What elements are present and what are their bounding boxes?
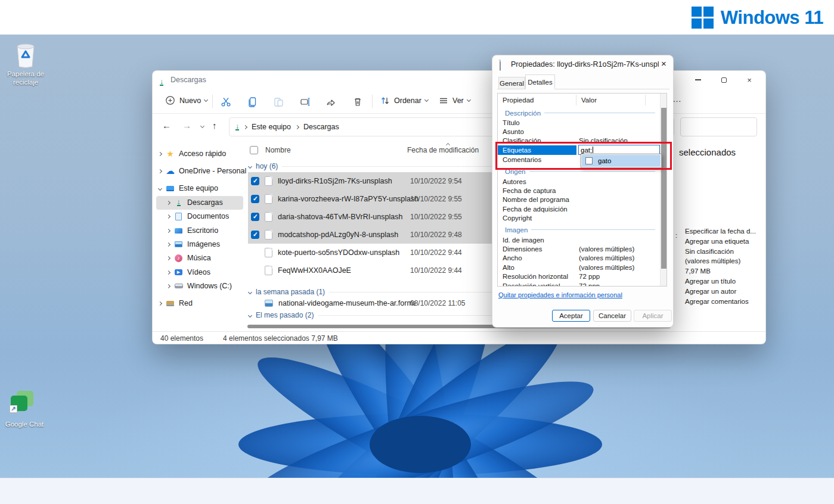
chevron-right-icon[interactable] xyxy=(166,200,170,204)
sidebar-item-documentos[interactable]: Documentos xyxy=(167,210,256,223)
rename-icon[interactable] xyxy=(299,96,311,107)
chevron-right-icon[interactable] xyxy=(166,256,170,260)
sort-button[interactable]: Ordenar xyxy=(379,95,428,106)
property-row[interactable]: Alto(valores múltiples) xyxy=(498,263,659,272)
tag-suggestion-item[interactable]: gato xyxy=(582,155,661,167)
pictures-icon xyxy=(174,240,183,249)
breadcrumb-current[interactable]: Descargas xyxy=(303,123,339,131)
chevron-down-icon[interactable] xyxy=(158,186,162,190)
property-row[interactable]: Resolución horizontal72 ppp xyxy=(498,272,659,282)
column-header-modified[interactable]: Fecha de modificación xyxy=(407,146,479,154)
delete-icon[interactable] xyxy=(352,96,363,107)
videos-icon: ▶ xyxy=(174,268,183,277)
chevron-right-icon[interactable] xyxy=(158,151,162,155)
remove-properties-link[interactable]: Quitar propiedades e información persona… xyxy=(498,291,622,298)
chevron-right-icon[interactable] xyxy=(166,228,170,232)
new-button-label: Nuevo xyxy=(179,97,201,105)
tab-general[interactable]: General xyxy=(498,77,525,89)
property-row[interactable]: Fecha de adquisición xyxy=(498,204,659,214)
sidebar-item-onedrive[interactable]: ☁ OneDrive - Personal xyxy=(159,164,248,178)
property-row[interactable]: Asunto xyxy=(498,127,659,136)
row-checkbox-checked[interactable] xyxy=(251,177,259,185)
row-checkbox-checked[interactable] xyxy=(251,213,259,221)
dialog-scrollbar[interactable] xyxy=(660,94,666,286)
property-row[interactable]: ClasificaciónSin clasificación xyxy=(498,136,659,146)
chevron-right-icon[interactable] xyxy=(166,284,170,288)
property-row[interactable]: Autores xyxy=(498,177,659,186)
sidebar-item-imagenes[interactable]: Imágenes xyxy=(167,238,256,251)
share-icon[interactable] xyxy=(325,96,336,107)
property-row[interactable]: Fecha de captura xyxy=(498,186,659,195)
details-value-tag[interactable]: Agregar una etiqueta xyxy=(685,238,766,248)
column-header-name[interactable]: Nombre xyxy=(265,146,291,154)
desktop-icon-google-chat[interactable]: ↗ Google Chat xyxy=(2,390,46,428)
tag-checkbox[interactable] xyxy=(585,157,593,164)
up-button[interactable]: ↑ xyxy=(212,120,217,130)
row-checkbox-checked[interactable] xyxy=(251,195,259,203)
minimize-button[interactable] xyxy=(692,74,704,86)
file-icon xyxy=(265,248,272,257)
desktop-icon-label: Google Chat xyxy=(2,420,46,428)
status-selection-summary: 4 elementos seleccionados 7,97 MB xyxy=(223,334,338,343)
search-input[interactable] xyxy=(680,117,757,136)
chevron-down-icon[interactable] xyxy=(248,164,252,168)
cancel-button[interactable]: Cancelar xyxy=(593,310,631,322)
new-button[interactable]: Nuevo xyxy=(165,95,207,106)
property-row[interactable]: Ancho(valores múltiples) xyxy=(498,254,659,263)
details-value-title[interactable]: Agregar un título xyxy=(685,278,766,288)
property-row[interactable]: Título xyxy=(498,118,659,127)
sidebar-item-descargas[interactable]: ↓ Descargas xyxy=(167,196,256,209)
dialog-scrollbar-thumb[interactable] xyxy=(661,108,666,269)
chevron-down-icon xyxy=(467,97,471,101)
tab-detalles[interactable]: Detalles xyxy=(525,74,555,89)
cut-icon[interactable] xyxy=(220,96,231,107)
back-button[interactable]: ← xyxy=(162,120,171,130)
sort-arrows-icon xyxy=(379,95,390,106)
sidebar-item-videos[interactable]: ▶ Vídeos xyxy=(167,266,256,279)
forward-button[interactable]: → xyxy=(182,120,191,130)
computer-icon xyxy=(166,184,175,193)
select-all-checkbox[interactable] xyxy=(250,146,258,154)
sidebar-item-este-equipo[interactable]: Este equipo xyxy=(159,182,248,195)
history-chevron-icon[interactable] xyxy=(200,124,204,128)
dialog-close-button[interactable]: × xyxy=(661,58,666,69)
details-header-fragment: seleccionados xyxy=(679,147,736,157)
property-row[interactable]: Resolución vertical72 ppp xyxy=(498,281,659,287)
copy-icon[interactable] xyxy=(246,96,258,107)
chevron-right-icon[interactable] xyxy=(158,301,162,305)
breadcrumb-root[interactable]: Este equipo xyxy=(252,123,291,131)
view-button[interactable]: Ver xyxy=(438,95,470,106)
details-value-author[interactable]: Agregar un autor xyxy=(685,288,766,298)
property-row[interactable]: Nombre del programa xyxy=(498,195,659,205)
sidebar-item-escritorio[interactable]: Escritorio xyxy=(167,224,256,237)
maximize-button[interactable] xyxy=(718,74,730,86)
property-row[interactable]: Id. de imagen xyxy=(498,235,659,245)
row-checkbox-checked[interactable] xyxy=(251,231,259,239)
sidebar-item-windows-c[interactable]: Windows (C:) xyxy=(167,279,256,293)
sidebar-item-musica[interactable]: ♪ Música xyxy=(167,251,256,265)
chevron-right-icon[interactable] xyxy=(166,270,170,274)
recycle-bin-icon xyxy=(4,42,48,68)
property-row[interactable]: Copyright xyxy=(498,214,659,223)
music-icon: ♪ xyxy=(174,254,183,263)
close-button[interactable]: × xyxy=(743,74,755,86)
chevron-right-icon[interactable] xyxy=(166,214,170,218)
chevron-right-icon[interactable] xyxy=(166,242,170,246)
chevron-right-icon[interactable] xyxy=(158,169,162,173)
property-row[interactable]: Dimensiones(valores múltiples) xyxy=(498,244,659,254)
details-value-comments[interactable]: Agregar comentarios xyxy=(685,298,766,308)
details-value-rating[interactable]: Sin clasificación xyxy=(685,248,766,258)
more-options-button[interactable]: … xyxy=(672,94,682,104)
chevron-down-icon[interactable] xyxy=(248,290,252,294)
sidebar-item-acceso-rapido[interactable]: ★ Acceso rápido xyxy=(159,147,248,160)
desktop-icon-recycle-bin[interactable]: Papelera de reciclaje xyxy=(4,42,48,87)
sidebar-item-red[interactable]: Red xyxy=(159,297,248,310)
paste-icon[interactable] xyxy=(272,96,284,107)
details-value-date[interactable]: Especificar la fecha d... xyxy=(685,228,766,238)
section-imagen: Imagen xyxy=(498,225,655,235)
chevron-down-icon[interactable] xyxy=(248,313,252,317)
details-value-dimensions: (valores múltiples) xyxy=(685,257,766,267)
ok-button[interactable]: Aceptar xyxy=(552,310,590,322)
column-header-property: Propiedad xyxy=(503,97,534,104)
dialog-titlebar[interactable]: Propiedades: lloyd-dirks-R1oSj2m-7Ks-uns… xyxy=(492,55,673,73)
